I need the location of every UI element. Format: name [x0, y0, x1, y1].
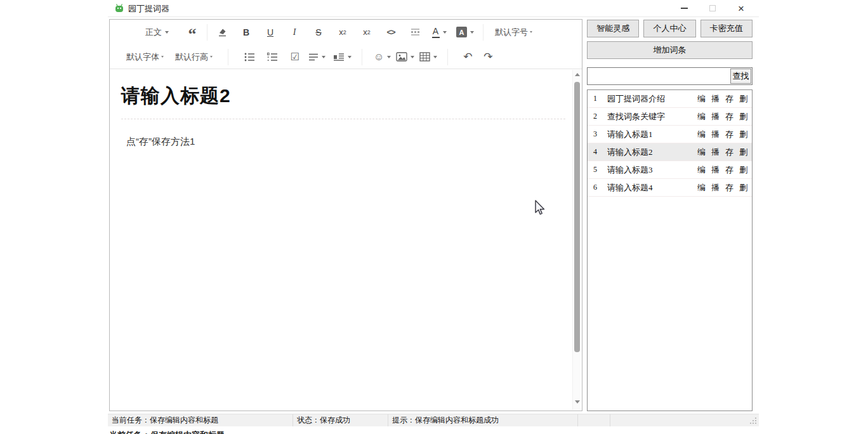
list-item[interactable]: 1 园丁提词器介绍 编 播 存 删	[588, 90, 752, 108]
add-entry-button[interactable]: 增加词条	[587, 41, 753, 59]
play-action[interactable]: 播	[711, 182, 720, 194]
delete-action[interactable]: 删	[739, 164, 747, 176]
clear-format-button[interactable]	[214, 23, 230, 41]
search-button[interactable]: 查找	[730, 69, 751, 84]
edit-action[interactable]: 编	[697, 164, 706, 176]
editor-toolbar: 正文 “ B U I S x2 x2	[110, 20, 582, 69]
scrollbar-thumb[interactable]	[574, 82, 580, 352]
edit-action[interactable]: 编	[697, 182, 706, 194]
chevron-down-icon	[530, 31, 532, 33]
font-size-dropdown[interactable]: 默认字号	[495, 23, 532, 41]
chevron-down-icon	[165, 31, 169, 34]
delete-action[interactable]: 删	[739, 182, 747, 194]
subscript-button[interactable]: x2	[358, 23, 375, 41]
edit-action[interactable]: 编	[697, 93, 706, 105]
quote-icon: “	[188, 26, 197, 39]
toolbar-separator	[207, 24, 207, 41]
clipped-status-line: 当前任务：保存编辑内容和标题	[109, 430, 299, 434]
list-item[interactable]: 2 查找词条关键字 编 播 存 删	[588, 108, 752, 126]
save-action[interactable]: 存	[725, 93, 733, 105]
chevron-down-icon	[387, 56, 391, 58]
bullet-list-button[interactable]	[241, 48, 258, 66]
smart-inspiration-button[interactable]: 智能灵感	[587, 20, 639, 37]
entry-title[interactable]: 请输入标题2	[607, 147, 692, 158]
entry-index: 2	[593, 112, 607, 121]
chevron-down-icon	[433, 56, 437, 58]
redo-button[interactable]: ↷	[480, 48, 496, 66]
search-input[interactable]	[587, 67, 753, 85]
save-action[interactable]: 存	[725, 111, 733, 122]
paragraph-style-dropdown[interactable]: 正文	[145, 23, 169, 41]
font-color-dropdown[interactable]: A	[431, 23, 447, 41]
play-action[interactable]: 播	[711, 147, 720, 158]
emoji-dropdown[interactable]: ☺	[374, 48, 391, 66]
ordered-list-icon	[266, 52, 278, 62]
table-dropdown[interactable]	[419, 48, 437, 66]
entry-title[interactable]: 请输入标题1	[607, 129, 692, 140]
highlight-color-dropdown[interactable]: A	[456, 23, 474, 41]
delete-action[interactable]: 删	[739, 129, 747, 140]
play-action[interactable]: 播	[711, 164, 720, 176]
line-height-dropdown[interactable]: 默认行高	[175, 48, 213, 66]
save-action[interactable]: 存	[725, 129, 733, 140]
font-family-dropdown[interactable]: 默认字体	[126, 48, 164, 66]
ordered-list-button[interactable]	[264, 48, 280, 66]
entry-index: 1	[593, 94, 607, 103]
list-item[interactable]: 5 请输入标题3 编 播 存 删	[588, 161, 752, 179]
indent-dropdown[interactable]	[333, 48, 352, 66]
align-icon	[308, 53, 319, 62]
edit-action[interactable]: 编	[697, 147, 706, 158]
delete-action[interactable]: 删	[739, 111, 747, 122]
sidebar-panel: 智能灵感 个人中心 卡密充值 增加词条 查找 1 园丁提词器介绍 编 播 存 删…	[587, 20, 753, 411]
align-dropdown[interactable]	[308, 48, 326, 66]
code-button[interactable]: <>	[383, 23, 399, 41]
minimize-button[interactable]	[670, 0, 698, 16]
card-recharge-button[interactable]: 卡密充值	[700, 20, 753, 37]
strikethrough-button[interactable]: S	[310, 23, 327, 41]
entry-title[interactable]: 园丁提词器介绍	[607, 93, 692, 105]
document-title[interactable]: 请输入标题2	[121, 83, 556, 109]
edit-action[interactable]: 编	[697, 111, 706, 122]
horizontal-rule-button[interactable]	[407, 23, 423, 41]
entry-title[interactable]: 请输入标题4	[607, 182, 692, 194]
resize-grip-icon[interactable]	[750, 418, 757, 424]
maximize-button[interactable]	[699, 0, 727, 16]
chevron-down-icon	[411, 56, 414, 58]
list-item-selected[interactable]: 4 请输入标题2 编 播 存 删	[588, 143, 752, 161]
underline-button[interactable]: U	[262, 23, 279, 41]
save-action[interactable]: 存	[725, 147, 733, 158]
image-dropdown[interactable]	[396, 48, 414, 66]
scroll-down-icon[interactable]	[575, 400, 580, 404]
play-action[interactable]: 播	[711, 93, 720, 105]
superscript-button[interactable]: x2	[334, 23, 351, 41]
close-icon: ×	[738, 3, 744, 14]
editor-content-area[interactable]: 请输入标题2 点“存”保存方法1	[110, 69, 582, 148]
list-item[interactable]: 6 请输入标题4 编 播 存 删	[588, 179, 752, 197]
blockquote-button[interactable]: “	[184, 23, 201, 41]
delete-action[interactable]: 删	[739, 93, 747, 105]
entry-title[interactable]: 查找词条关键字	[607, 111, 692, 122]
delete-action[interactable]: 删	[739, 147, 747, 158]
undo-button[interactable]: ↶	[459, 48, 476, 66]
close-button[interactable]: ×	[727, 0, 755, 16]
highlight-color-icon: A	[456, 27, 467, 37]
status-state: 状态：保存成功	[293, 414, 388, 426]
check-list-button[interactable]: ☑	[287, 48, 303, 66]
entry-title[interactable]: 请输入标题3	[607, 164, 692, 176]
list-item[interactable]: 3 请输入标题1 编 播 存 删	[588, 126, 752, 143]
personal-center-button[interactable]: 个人中心	[643, 20, 695, 37]
bold-button[interactable]: B	[238, 23, 254, 41]
save-action[interactable]: 存	[725, 182, 733, 194]
play-action[interactable]: 播	[711, 129, 720, 140]
play-action[interactable]: 播	[711, 111, 720, 122]
italic-button[interactable]: I	[286, 23, 303, 41]
editor-scrollbar[interactable]	[572, 70, 581, 410]
status-tip: 提示：保存编辑内容和标题成功	[388, 414, 578, 426]
redo-icon: ↷	[483, 50, 492, 63]
save-action[interactable]: 存	[725, 164, 733, 176]
document-body[interactable]: 点“存”保存方法1	[121, 136, 556, 148]
entry-index: 3	[593, 129, 607, 139]
edit-action[interactable]: 编	[697, 129, 706, 140]
app-icon	[114, 3, 124, 13]
scroll-up-icon[interactable]	[575, 73, 580, 76]
